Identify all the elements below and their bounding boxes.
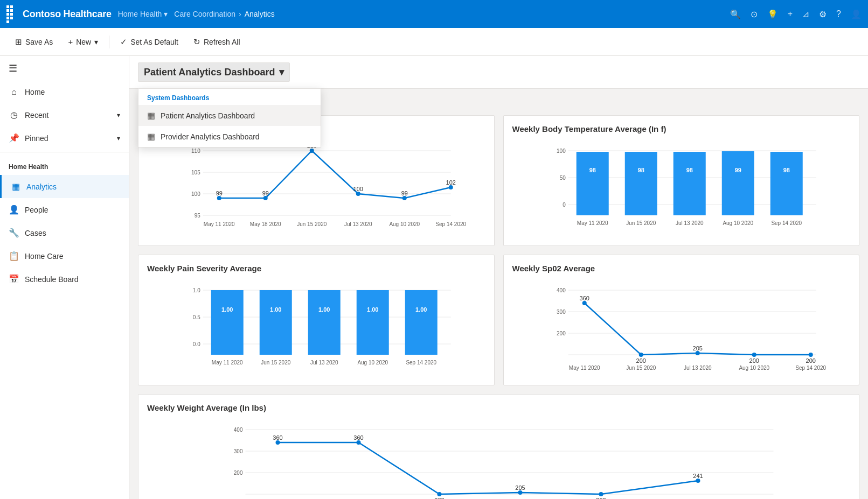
svg-text:98: 98 <box>686 167 692 173</box>
svg-point-11 <box>356 192 360 196</box>
user-icon[interactable]: 👤 <box>851 9 862 19</box>
sidebar-item-people[interactable]: 👤 People <box>0 198 129 221</box>
sidebar-item-analytics[interactable]: ▦ Analytics <box>0 175 129 198</box>
svg-text:100: 100 <box>191 191 200 197</box>
svg-text:98: 98 <box>783 167 789 173</box>
svg-text:0.5: 0.5 <box>193 314 200 320</box>
svg-text:205: 205 <box>692 345 702 352</box>
sidebar-toggle[interactable]: ☰ <box>0 56 129 81</box>
svg-point-75 <box>582 301 586 305</box>
dropdown-item-patient-label: Patient Analytics Dashboard <box>161 111 255 120</box>
filter-icon[interactable]: ⊿ <box>802 9 809 19</box>
svg-rect-53 <box>211 290 244 355</box>
lightbulb-icon[interactable]: 💡 <box>767 9 778 19</box>
breadcrumb: Care Coordination › Analytics <box>174 10 274 18</box>
pain-chart-title: Weekly Pain Severity Average <box>147 264 485 273</box>
hamburger-icon: ☰ <box>9 62 17 74</box>
svg-text:Jul 13 2020: Jul 13 2020 <box>675 220 703 226</box>
homecare-icon: 📋 <box>9 251 19 261</box>
temperature-chart-container: 100 50 0 98 98 98 99 <box>512 140 851 237</box>
dropdown-section-system-dashboards: System Dashboards <box>138 89 321 105</box>
sidebar-item-analytics-label: Analytics <box>26 182 57 191</box>
help-icon[interactable]: ? <box>836 9 841 19</box>
svg-rect-34 <box>624 152 657 215</box>
svg-text:0: 0 <box>563 202 566 208</box>
save-as-button[interactable]: ⊞ Save As <box>9 34 59 50</box>
dashboard-header: Patient Analytics Dashboard ▾ System Das… <box>129 56 868 89</box>
svg-text:Jun 15 2020: Jun 15 2020 <box>297 221 327 227</box>
svg-text:100: 100 <box>557 148 566 154</box>
svg-text:Aug 10 2020: Aug 10 2020 <box>357 360 388 366</box>
svg-point-97 <box>276 440 280 445</box>
sidebar-item-scheduleboard[interactable]: 📅 Schedule Board <box>0 268 129 291</box>
spo2-chart-title: Weekly Sp02 Average <box>512 264 851 273</box>
sidebar-item-recent[interactable]: ◷ Recent ▾ <box>0 103 129 126</box>
dropdown-item-provider-analytics[interactable]: ▦ Provider Analytics Dashboard <box>138 126 321 147</box>
save-as-label: Save As <box>25 38 53 46</box>
spo2-chart-container: 400 300 200 360 <box>512 279 851 376</box>
svg-text:102: 102 <box>446 179 456 186</box>
svg-text:50: 50 <box>559 175 566 181</box>
search-icon[interactable]: 🔍 <box>730 9 741 19</box>
refresh-all-button[interactable]: ↻ Refresh All <box>187 34 247 50</box>
sidebar-item-home-label: Home <box>25 88 45 96</box>
sidebar-item-scheduleboard-label: Schedule Board <box>25 275 79 284</box>
home-icon: ⌂ <box>9 87 19 97</box>
refresh-icon: ↻ <box>193 37 200 47</box>
new-dropdown-chevron: ▾ <box>94 38 98 46</box>
svg-text:360: 360 <box>579 295 589 301</box>
weight-chart-card: Weekly Weight Average (In lbs) 400 300 2… <box>138 394 859 499</box>
new-label: New <box>76 38 91 46</box>
svg-text:400: 400 <box>234 427 243 433</box>
breadcrumb-care-coordination[interactable]: Care Coordination <box>174 10 235 18</box>
content-area: Search Patients n Denman ▾ Weekly Heartr… <box>129 89 868 499</box>
recent-icon: ◷ <box>9 110 19 120</box>
svg-text:Aug 10 2020: Aug 10 2020 <box>723 220 753 226</box>
svg-text:Jul 13 2020: Jul 13 2020 <box>683 365 711 371</box>
sidebar-item-recent-label: Recent <box>25 111 48 120</box>
new-button[interactable]: + New ▾ <box>61 34 105 50</box>
svg-text:May 11 2020: May 11 2020 <box>212 360 243 366</box>
breadcrumb-analytics: Analytics <box>245 10 275 18</box>
svg-point-100 <box>518 490 523 495</box>
settings-icon[interactable]: ⚙ <box>819 9 827 19</box>
svg-text:99: 99 <box>262 190 269 196</box>
svg-text:Aug 10 2020: Aug 10 2020 <box>739 365 769 371</box>
sidebar-item-homecare[interactable]: 📋 Home Care <box>0 244 129 268</box>
svg-rect-36 <box>673 152 705 215</box>
sidebar-item-pinned[interactable]: 📌 Pinned ▾ <box>0 126 129 150</box>
svg-text:May 11 2020: May 11 2020 <box>568 365 600 371</box>
svg-text:98: 98 <box>589 167 595 173</box>
svg-rect-59 <box>357 290 389 355</box>
weight-chart-container: 400 300 200 <box>147 419 850 499</box>
dropdown-item-patient-analytics[interactable]: ▦ Patient Analytics Dashboard <box>138 105 321 126</box>
checkmark-icon: ✓ <box>120 37 127 47</box>
svg-text:98: 98 <box>637 167 644 173</box>
app-launcher-icon[interactable] <box>6 5 16 23</box>
dashboard-title-button[interactable]: Patient Analytics Dashboard ▾ <box>138 62 290 82</box>
svg-text:Jul 13 2020: Jul 13 2020 <box>344 221 372 227</box>
svg-text:1.00: 1.00 <box>221 306 233 313</box>
svg-text:Jun 15 2020: Jun 15 2020 <box>626 365 656 371</box>
svg-text:360: 360 <box>353 434 363 441</box>
svg-text:110: 110 <box>191 148 200 154</box>
people-icon: 👤 <box>9 205 19 215</box>
svg-text:Aug 10 2020: Aug 10 2020 <box>389 221 420 227</box>
svg-text:Sep 14 2020: Sep 14 2020 <box>406 360 436 366</box>
svg-text:360: 360 <box>273 434 282 441</box>
svg-point-13 <box>449 185 453 189</box>
app-name: Contoso Healthcare <box>23 9 112 20</box>
set-as-default-button[interactable]: ✓ Set As Default <box>114 34 185 50</box>
svg-text:May 11 2020: May 11 2020 <box>204 221 235 227</box>
svg-text:May 18 2020: May 18 2020 <box>250 221 281 227</box>
sidebar-item-cases[interactable]: 🔧 Cases <box>0 221 129 244</box>
sidebar-item-home[interactable]: ⌂ Home <box>0 81 129 103</box>
svg-point-10 <box>310 149 314 153</box>
app-nav-dropdown[interactable]: Home Health ▾ <box>118 10 168 18</box>
add-icon[interactable]: + <box>788 9 793 19</box>
svg-rect-38 <box>721 151 754 215</box>
sidebar-item-cases-label: Cases <box>25 229 46 237</box>
svg-rect-57 <box>308 290 341 355</box>
new-icon: + <box>68 37 73 46</box>
clock-icon[interactable]: ⊙ <box>751 9 758 19</box>
